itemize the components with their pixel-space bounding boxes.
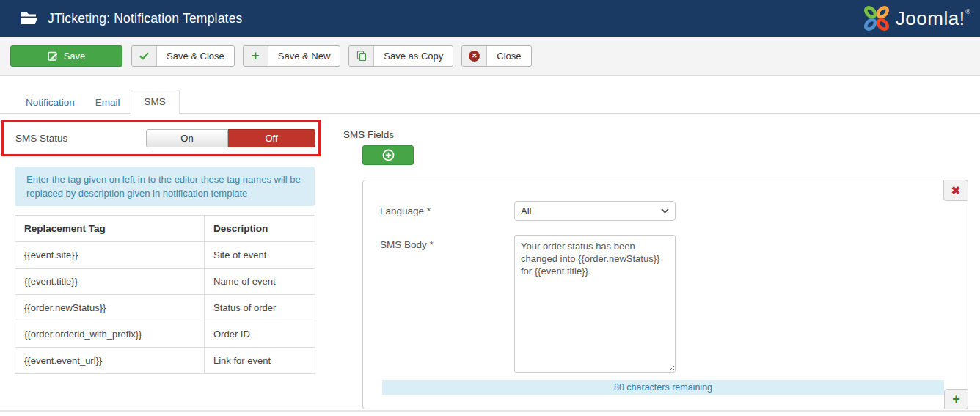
check-icon bbox=[132, 46, 157, 66]
tab-bar: Notification Email SMS bbox=[0, 89, 980, 114]
add-row-button[interactable]: + bbox=[944, 389, 968, 409]
chars-remaining-strip: 80 characters remaining bbox=[382, 380, 944, 395]
description-cell: Status of order bbox=[205, 295, 315, 321]
folder-icon bbox=[21, 11, 38, 26]
sms-field-panel: ✖ Language * All SMS Body * Your order s… bbox=[362, 180, 968, 409]
info-box: Enter the tag given on left in to the ed… bbox=[15, 167, 315, 206]
save-close-button[interactable]: Save & Close bbox=[131, 45, 235, 67]
table-header-row: Replacement Tag Description bbox=[15, 216, 315, 242]
annotation-highlight: SMS Status On Off bbox=[1, 120, 321, 156]
save-icon bbox=[48, 51, 58, 61]
description-cell: Link for event bbox=[205, 348, 315, 374]
tab-email[interactable]: Email bbox=[85, 91, 131, 114]
table-row: {{event.site}} Site of event bbox=[15, 242, 315, 269]
language-label: Language * bbox=[380, 205, 431, 216]
save-button-label: Save bbox=[64, 51, 86, 62]
copy-icon bbox=[349, 46, 374, 66]
description-cell: Name of event bbox=[205, 269, 315, 295]
save-new-label: Save & New bbox=[268, 46, 340, 66]
joomla-logo: Joomla! ® bbox=[862, 4, 970, 33]
column-header-tag: Replacement Tag bbox=[15, 216, 205, 242]
joomla-logo-reg: ® bbox=[965, 8, 970, 15]
replacement-tag-table: Replacement Tag Description {{event.site… bbox=[15, 215, 315, 374]
description-cell: Order ID bbox=[205, 321, 315, 348]
chars-remaining-text: 80 characters remaining bbox=[614, 382, 712, 393]
toggle-off-button[interactable]: Off bbox=[228, 129, 315, 147]
page-title: JTicketing: Notification Templates bbox=[48, 11, 243, 26]
sms-status-label: SMS Status bbox=[15, 133, 67, 144]
sms-body-label: SMS Body * bbox=[380, 239, 434, 250]
close-circle-icon: ✕ bbox=[462, 46, 487, 66]
column-header-description: Description bbox=[205, 216, 315, 242]
toggle-on-button[interactable]: On bbox=[146, 129, 228, 147]
joomla-x-icon bbox=[862, 4, 891, 33]
remove-x-icon: ✖ bbox=[951, 184, 961, 197]
table-row: {{order.orderid_with_prefix}} Order ID bbox=[15, 321, 315, 348]
tag-cell: {{event.title}} bbox=[15, 269, 205, 295]
remove-field-button[interactable]: ✖ bbox=[943, 180, 968, 201]
save-button[interactable]: Save bbox=[10, 45, 122, 67]
save-copy-label: Save as Copy bbox=[374, 46, 453, 66]
save-copy-button[interactable]: Save as Copy bbox=[348, 45, 453, 67]
plus-circle-icon bbox=[382, 149, 395, 161]
table-row: {{order.newStatus}} Status of order bbox=[15, 295, 315, 321]
sms-fields-label: SMS Fields bbox=[343, 129, 394, 140]
toolbar: Save Save & Close + Save & New Save as C… bbox=[0, 37, 980, 76]
sms-body-textarea[interactable]: Your order status has been changed into … bbox=[514, 235, 676, 373]
joomla-logo-text: Joomla! bbox=[896, 7, 965, 30]
save-new-button[interactable]: + Save & New bbox=[243, 45, 341, 67]
language-select[interactable]: All bbox=[514, 201, 676, 221]
table-row: {{event.title}} Name of event bbox=[15, 269, 315, 295]
save-close-label: Save & Close bbox=[157, 46, 234, 66]
tab-sms[interactable]: SMS bbox=[131, 90, 180, 114]
add-sms-field-button[interactable] bbox=[362, 145, 414, 165]
plus-icon: + bbox=[952, 392, 960, 407]
app-header: JTicketing: Notification Templates Jooml… bbox=[0, 0, 980, 37]
description-cell: Site of event bbox=[205, 242, 315, 269]
tag-cell: {{order.orderid_with_prefix}} bbox=[15, 321, 205, 348]
tag-cell: {{event.event_url}} bbox=[15, 348, 205, 374]
table-row: {{event.event_url}} Link for event bbox=[15, 348, 315, 374]
tag-cell: {{event.site}} bbox=[15, 242, 205, 269]
language-select-wrap: All bbox=[514, 201, 676, 221]
close-button-label: Close bbox=[487, 46, 530, 66]
sms-status-toggle: On Off bbox=[146, 129, 315, 147]
bottom-divider bbox=[0, 410, 980, 412]
close-button[interactable]: ✕ Close bbox=[461, 45, 531, 67]
tab-notification[interactable]: Notification bbox=[15, 91, 85, 114]
plus-icon: + bbox=[244, 46, 268, 66]
tag-cell: {{order.newStatus}} bbox=[15, 295, 205, 321]
